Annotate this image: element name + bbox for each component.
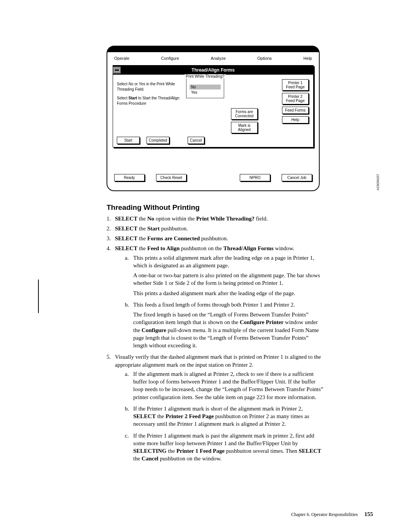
printer1-feed-page-button[interactable]: Printer 1 Feed Page [282,79,309,91]
feed-forms-button[interactable]: Feed Forms [282,107,309,114]
help-button[interactable]: Help [282,116,309,123]
menu-configure[interactable]: Configure [161,56,179,61]
step-5c: c. If the Printer 1 alignment mark is pa… [125,432,323,463]
body-text: Threading Without Printing 1. SELECT the… [107,203,323,463]
pwt-option-no[interactable]: No [190,85,221,89]
menubar: Operate Configure Analyze Options Help [107,52,319,64]
status-bar: Ready Check Reset NPRO Cancel Job [107,147,319,187]
app-window: Operate Configure Analyze Options Help T… [107,46,320,191]
titlebar [107,46,319,52]
panel-title: Thread/Align Forms [113,67,313,73]
thread-align-panel: Thread/Align Forms Select No or Yes in t… [113,65,314,147]
step-2: 2. SELECT the Start pushbutton. [107,225,323,232]
check-reset-button[interactable]: Check Reset [156,174,186,181]
step-3: 3. SELECT the Forms are Connected pushbu… [107,235,323,242]
step-5b: b. If the Printer 1 alignment mark is sh… [125,405,323,428]
forms-connected-button[interactable]: Forms are Connected [231,108,258,120]
step-4: 4. SELECT the Feed to Align pushbutton o… [107,244,323,349]
npro-button[interactable]: NPRO [240,174,270,181]
mark-aligned-button[interactable]: Mark is Aligned [231,122,258,133]
cancel-job-button[interactable]: Cancel Job [282,174,312,181]
step-5: 5. Visually verify that the dashed align… [107,353,323,462]
menu-analyze[interactable]: Analyze [211,56,226,61]
section-heading: Threading Without Printing [107,203,323,212]
printer2-feed-page-button[interactable]: Printer 2 Feed Page [282,93,309,104]
instruction-text: Select No or Yes in the Print While Thre… [117,81,180,110]
step-4a: a. This prints a solid alignment mark af… [125,254,323,297]
pwt-option-yes[interactable]: Yes [190,90,221,95]
pwt-label: Print While Threading? [185,74,226,78]
figure-code: A23O0157 [376,174,380,190]
step-1: 1. SELECT the No option within the Print… [107,215,323,222]
ready-button[interactable]: Ready [114,174,145,181]
menu-options[interactable]: Options [257,56,272,61]
cancel-button[interactable]: Cancel [188,137,204,144]
print-while-threading-group: Print While Threading? No Yes [186,77,224,98]
thread-align-window-figure: Operate Configure Analyze Options Help T… [107,46,373,191]
completed-button[interactable]: Completed [147,137,169,144]
menu-help[interactable]: Help [303,56,312,61]
menu-operate[interactable]: Operate [114,56,129,61]
page-footer: Chapter 6. Operator Responsibilities 155 [291,511,373,518]
step-5a: a. If the alignment mark is aligned at P… [125,370,323,401]
panel-titlebar: Thread/Align Forms [113,66,313,75]
start-button[interactable]: Start [117,137,140,144]
revision-bar [38,280,39,313]
step-4b: b. This feeds a fixed length of forms th… [125,301,323,350]
